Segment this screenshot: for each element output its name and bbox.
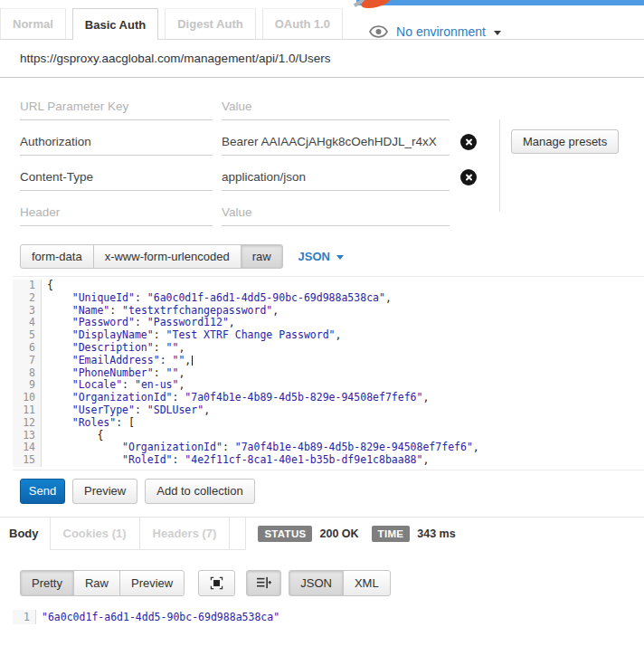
code-line[interactable]: 1"6a0c0d1f-a6d1-4dd5-90bc-69d988a538ca" xyxy=(13,610,644,624)
code-line[interactable]: 3 "Name": "testxtrfchangepassword", xyxy=(13,305,644,318)
request-actions: Send Preview Add to collection xyxy=(20,479,644,504)
line-number: 4 xyxy=(13,317,42,329)
url-parameter-key-input[interactable] xyxy=(20,92,213,120)
body-type-dropdown[interactable]: JSON xyxy=(298,250,344,263)
line-number: 11 xyxy=(13,404,42,417)
remove-header-button[interactable] xyxy=(460,134,477,150)
form-data-button[interactable]: form-data xyxy=(20,244,94,269)
url-bar xyxy=(0,40,644,78)
tab-digest-auth[interactable]: Digest Auth xyxy=(165,8,255,39)
raw-button[interactable]: raw xyxy=(241,244,283,269)
response-body-lines: 1"6a0c0d1f-a6d1-4dd5-90bc-69d988a538ca" xyxy=(13,610,644,624)
eye-icon xyxy=(369,25,388,38)
line-number: 9 xyxy=(13,379,42,392)
time-value: 343 ms xyxy=(417,527,455,540)
add-to-collection-button[interactable]: Add to collection xyxy=(145,479,254,504)
code-line[interactable]: 13 { xyxy=(13,430,644,442)
body-mode-selector: form-data x-www-form-urlencoded raw JSON xyxy=(20,244,644,269)
top-blue-bar xyxy=(356,0,644,5)
header-value-input[interactable] xyxy=(222,198,450,226)
time-badge: TIME xyxy=(372,526,411,542)
preview-view-button[interactable]: Preview xyxy=(119,570,185,596)
response-meta: STATUS 200 OK TIME 343 ms xyxy=(258,518,460,550)
line-number: 12 xyxy=(13,417,42,430)
raw-view-button[interactable]: Raw xyxy=(73,570,120,596)
code-line[interactable]: 6 "Description": "", xyxy=(13,342,644,355)
window-top-strip xyxy=(0,0,644,5)
code-line[interactable]: 1{ xyxy=(13,280,644,292)
line-number: 6 xyxy=(13,342,42,355)
line-number: 5 xyxy=(13,329,42,342)
code-line[interactable]: 8 "PhoneNumber": "", xyxy=(13,367,644,380)
environment-label: No environment xyxy=(396,24,486,39)
send-button[interactable]: Send xyxy=(20,479,65,504)
body-mode-group: form-data x-www-form-urlencoded raw xyxy=(20,244,283,269)
header-key-input[interactable] xyxy=(20,128,213,156)
line-number: 3 xyxy=(13,305,42,318)
response-tab-filler xyxy=(229,518,246,550)
line-wrap-button[interactable] xyxy=(246,570,281,596)
tab-normal[interactable]: Normal xyxy=(0,8,66,39)
line-number: 1 xyxy=(13,280,42,292)
code-line[interactable]: 12 "Roles": [ xyxy=(13,417,644,430)
url-parameter-row xyxy=(0,85,644,120)
line-number: 10 xyxy=(13,392,42,404)
response-tab-body[interactable]: Body xyxy=(0,518,50,550)
pretty-button[interactable]: Pretty xyxy=(20,570,74,596)
header-value-input[interactable] xyxy=(222,163,450,191)
header-row-content-type xyxy=(0,156,644,191)
expand-icon xyxy=(210,576,223,590)
text-cursor xyxy=(192,356,193,366)
chevron-down-icon xyxy=(494,31,501,35)
code-line[interactable]: 14 "OrganizationId": "7a0f4b1e-4b89-4d5b… xyxy=(13,442,644,454)
code-line[interactable]: 11 "UserType": "SDLUser", xyxy=(13,404,644,417)
code-line[interactable]: 10 "OrganizationId": "7a0f4b1e-4b89-4d5b… xyxy=(13,392,644,404)
status-badge: STATUS xyxy=(258,526,312,542)
response-body-viewer[interactable]: 1"6a0c0d1f-a6d1-4dd5-90bc-69d988a538ca" xyxy=(13,610,644,624)
code-line[interactable]: 9 "Locale": "en-us", xyxy=(13,379,644,392)
response-toolbar: Pretty Raw Preview JSON XML xyxy=(20,570,644,596)
chevron-down-icon xyxy=(336,255,344,260)
header-key-input[interactable] xyxy=(20,198,213,226)
remove-header-button[interactable] xyxy=(460,169,477,185)
code-line[interactable]: 2 "UniqueId": "6a0c0d1f-a6d1-4dd5-90bc-6… xyxy=(13,292,644,305)
request-body-editor[interactable]: 1{2 "UniqueId": "6a0c0d1f-a6d1-4dd5-90bc… xyxy=(13,276,644,470)
code-line[interactable]: 7 "EmailAddress": "", xyxy=(13,355,644,367)
tab-oauth-10[interactable]: OAuth 1.0 xyxy=(262,8,343,39)
line-wrap-icon xyxy=(257,576,271,589)
format-xml-button[interactable]: XML xyxy=(343,570,391,596)
response-format-group: JSON XML xyxy=(289,570,390,596)
urlencoded-button[interactable]: x-www-form-urlencoded xyxy=(93,244,242,269)
status-value: 200 OK xyxy=(319,527,358,540)
request-body-editor-lines: 1{2 "UniqueId": "6a0c0d1f-a6d1-4dd5-90bc… xyxy=(13,280,644,467)
line-number: 7 xyxy=(13,355,42,367)
header-value-input[interactable] xyxy=(222,128,450,156)
request-url-input[interactable] xyxy=(0,52,644,65)
response-header: Body Cookies (1) Headers (7) STATUS 200 … xyxy=(0,518,644,550)
line-number: 2 xyxy=(13,292,42,305)
response-tab-headers[interactable]: Headers (7) xyxy=(139,518,230,550)
header-row-empty xyxy=(0,191,644,226)
preview-button[interactable]: Preview xyxy=(72,479,137,504)
line-number: 8 xyxy=(13,367,42,380)
expand-response-button[interactable] xyxy=(198,570,235,596)
url-parameter-value-input[interactable] xyxy=(222,92,450,120)
header-key-input[interactable] xyxy=(20,163,213,191)
manage-presets-button[interactable]: Manage presets xyxy=(511,129,619,154)
headers-section: Manage presets xyxy=(0,78,644,226)
line-number: 14 xyxy=(13,442,42,454)
code-line[interactable]: 15 "RoleId": "4e2f11cf-8ca1-40e1-b35b-df… xyxy=(13,454,644,467)
vertical-divider xyxy=(499,119,500,212)
response-tab-cookies[interactable]: Cookies (1) xyxy=(50,518,139,550)
tab-basic-auth[interactable]: Basic Auth xyxy=(72,8,158,40)
body-type-label: JSON xyxy=(298,250,330,263)
environment-selector[interactable]: No environment xyxy=(369,24,501,39)
response-view-mode-group: Pretty Raw Preview xyxy=(20,570,185,596)
line-number: 15 xyxy=(13,454,42,467)
line-number: 13 xyxy=(13,430,42,442)
code-line[interactable]: 5 "DisplayName": "Test XTRF Change Passw… xyxy=(13,329,644,342)
code-line[interactable]: 4 "Password": "Password112", xyxy=(13,317,644,329)
format-json-button[interactable]: JSON xyxy=(289,570,344,596)
request-auth-tabs: Normal Basic Auth Digest Auth OAuth 1.0 … xyxy=(0,5,644,40)
line-number: 1 xyxy=(13,610,36,624)
